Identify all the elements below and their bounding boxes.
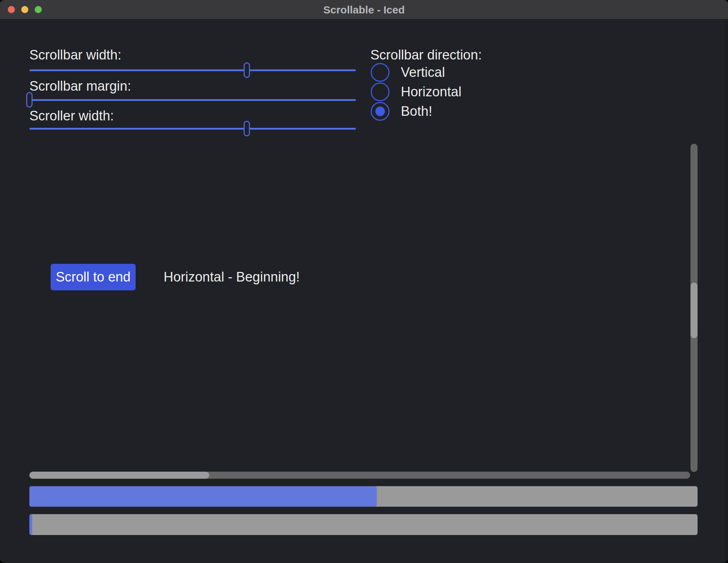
scrollbar-width-label: Scrollbar width:: [29, 47, 121, 63]
radio-vertical[interactable]: Vertical: [371, 63, 445, 82]
scroll-status-text: Horizontal - Beginning!: [164, 269, 300, 285]
titlebar: Scrollable - Iced: [0, 0, 728, 19]
horizontal-progress-bar: [29, 486, 698, 507]
scrollbar-margin-slider[interactable]: [29, 92, 356, 108]
radio-both[interactable]: Both!: [371, 102, 432, 121]
slider-track[interactable]: [29, 99, 356, 101]
window-right-edge: [725, 19, 728, 563]
vertical-progress-bar: [29, 514, 698, 535]
scroll-to-end-button[interactable]: Scroll to end: [51, 264, 136, 290]
slider-handle[interactable]: [244, 121, 250, 136]
horizontal-scrollbar-thumb[interactable]: [29, 472, 209, 479]
slider-track[interactable]: [29, 69, 356, 71]
radio-circle-icon[interactable]: [371, 63, 389, 82]
progress-fill: [29, 514, 32, 535]
slider-handle[interactable]: [244, 62, 250, 78]
scrollbar-margin-label: Scrollbar margin:: [29, 79, 131, 94]
radio-horizontal[interactable]: Horizontal: [371, 83, 461, 101]
radio-dot-icon: [375, 107, 385, 116]
vertical-scrollbar-thumb[interactable]: [690, 283, 698, 338]
progress-fill: [29, 486, 377, 507]
horizontal-scrollbar-rail[interactable]: [29, 472, 690, 479]
scroller-width-slider[interactable]: [29, 121, 356, 136]
radio-circle-icon[interactable]: [371, 83, 389, 101]
radio-both-label: Both!: [401, 104, 432, 119]
app-window: Scrollable - Iced Scrollbar width: Scrol…: [0, 0, 728, 563]
scrollbar-width-slider[interactable]: [29, 62, 356, 78]
radio-horizontal-label: Horizontal: [401, 84, 461, 99]
vertical-scrollbar-rail[interactable]: [690, 144, 698, 472]
scrollbar-direction-label: Scrollbar direction:: [370, 47, 482, 63]
window-title: Scrollable - Iced: [0, 0, 728, 19]
slider-handle[interactable]: [26, 92, 33, 108]
slider-track[interactable]: [29, 128, 356, 130]
radio-vertical-label: Vertical: [401, 65, 445, 80]
radio-circle-icon[interactable]: [371, 102, 389, 121]
